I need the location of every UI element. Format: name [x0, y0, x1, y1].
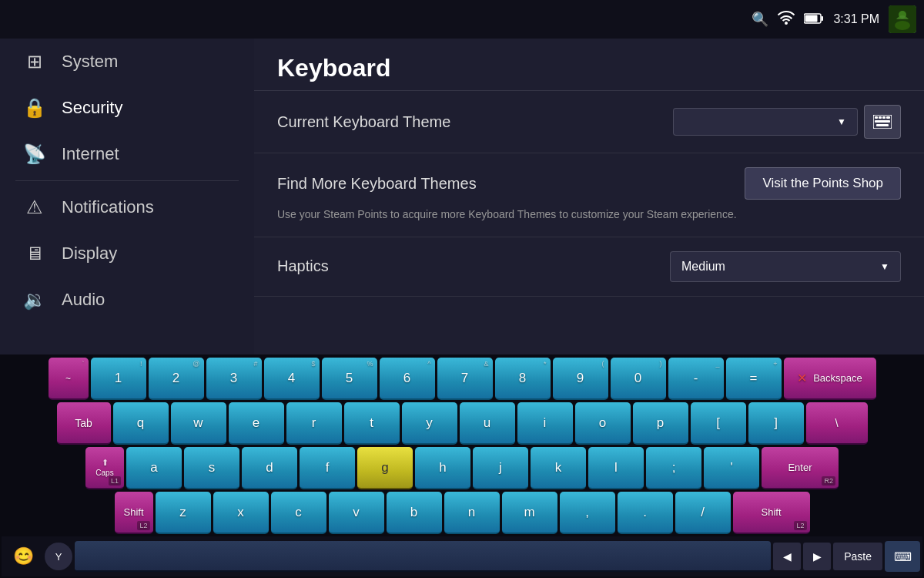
- key-a[interactable]: a: [126, 447, 182, 489]
- keyboard-layout-button[interactable]: ⌨: [885, 541, 920, 572]
- key-i[interactable]: i: [517, 402, 573, 445]
- key-6[interactable]: ^6: [380, 358, 435, 400]
- key-e[interactable]: e: [229, 402, 284, 445]
- keyboard-theme-label: Current Keyboard Theme: [277, 113, 658, 131]
- key-q[interactable]: q: [113, 402, 169, 445]
- key-k[interactable]: k: [531, 447, 586, 489]
- key-8[interactable]: *8: [495, 358, 551, 400]
- key-backtick[interactable]: ~ `: [49, 358, 89, 400]
- svg-point-5: [895, 21, 910, 30]
- key-r[interactable]: r: [286, 402, 342, 445]
- key-comma[interactable]: ,: [560, 492, 615, 534]
- key-semicolon[interactable]: ;: [646, 447, 701, 489]
- emoji-button[interactable]: 😊: [4, 539, 42, 573]
- key-shift-right[interactable]: L2 Shift: [733, 492, 810, 534]
- key-equals[interactable]: +=: [726, 358, 782, 400]
- key-enter[interactable]: R2 Enter: [762, 447, 839, 489]
- haptics-chevron-icon: ▼: [880, 261, 889, 272]
- key-shift-left[interactable]: L2 Shift: [115, 492, 153, 534]
- keyboard-preview-button[interactable]: [864, 105, 901, 139]
- keyboard-row-zxcv: L2 Shift z x c v b n m , . / L2 Shift: [2, 492, 922, 534]
- paste-button[interactable]: Paste: [833, 543, 882, 570]
- key-rbracket[interactable]: ]: [748, 402, 804, 445]
- notifications-icon: ⚠: [23, 197, 46, 218]
- sidebar-item-internet[interactable]: 📡 Internet: [0, 131, 254, 177]
- key-z[interactable]: z: [156, 492, 211, 534]
- key-d[interactable]: d: [242, 447, 297, 489]
- keyboard-row-qwerty: Tab q w e r t y u i o p [ ] \: [2, 402, 922, 445]
- key-o[interactable]: o: [575, 402, 631, 445]
- key-4[interactable]: $4: [264, 358, 320, 400]
- key-minus[interactable]: _-: [668, 358, 724, 400]
- right-arrow-button[interactable]: ▶: [803, 543, 831, 570]
- key-f[interactable]: f: [300, 447, 355, 489]
- sidebar-item-display[interactable]: 🖥 Display: [0, 230, 254, 277]
- key-v[interactable]: v: [329, 492, 384, 534]
- svg-rect-8: [879, 116, 882, 119]
- keyboard-theme-dropdown[interactable]: ▼: [673, 108, 858, 136]
- left-arrow-button[interactable]: ◀: [773, 543, 801, 570]
- search-icon[interactable]: 🔍: [752, 11, 768, 28]
- svg-rect-11: [875, 120, 890, 123]
- system-icon: ⊞: [23, 51, 46, 72]
- find-more-row: Find More Keyboard Themes Visit the Poin…: [254, 153, 924, 237]
- key-j[interactable]: j: [473, 447, 528, 489]
- key-backslash[interactable]: \: [806, 402, 868, 445]
- key-l[interactable]: l: [588, 447, 644, 489]
- svg-rect-2: [822, 16, 824, 21]
- haptics-row: Haptics Medium ▼: [254, 237, 924, 297]
- svg-rect-7: [875, 116, 878, 119]
- key-lbracket[interactable]: [: [691, 402, 746, 445]
- key-tab[interactable]: Tab: [57, 402, 111, 445]
- sidebar-item-label: Display: [62, 244, 117, 264]
- settings-section: Current Keyboard Theme ▼: [254, 90, 924, 297]
- key-7[interactable]: &7: [437, 358, 493, 400]
- key-b[interactable]: b: [387, 492, 442, 534]
- key-1[interactable]: !1: [91, 358, 146, 400]
- wifi-icon: [778, 11, 795, 29]
- key-2[interactable]: @2: [149, 358, 204, 400]
- key-caps[interactable]: ⬆ Caps L1: [85, 447, 124, 489]
- sidebar-item-label: Internet: [62, 144, 119, 164]
- sidebar-item-label: Audio: [62, 290, 105, 310]
- content-header: Keyboard: [254, 39, 924, 90]
- key-3[interactable]: #3: [206, 358, 262, 400]
- key-p[interactable]: p: [633, 402, 688, 445]
- key-9[interactable]: (9: [553, 358, 608, 400]
- display-icon: 🖥: [23, 243, 46, 264]
- key-y[interactable]: y: [402, 402, 457, 445]
- sidebar-item-audio[interactable]: 🔉 Audio: [0, 277, 254, 323]
- y-button[interactable]: Y: [45, 543, 72, 570]
- visit-points-shop-button[interactable]: Visit the Points Shop: [745, 167, 901, 200]
- key-period[interactable]: .: [618, 492, 673, 534]
- sidebar-item-system[interactable]: ⊞ System: [0, 39, 254, 85]
- key-m[interactable]: m: [502, 492, 557, 534]
- sidebar-item-notifications[interactable]: ⚠ Notifications: [0, 184, 254, 230]
- key-x[interactable]: x: [213, 492, 269, 534]
- key-slash[interactable]: /: [675, 492, 731, 534]
- haptics-dropdown[interactable]: Medium ▼: [670, 251, 901, 282]
- haptics-value: Medium: [681, 260, 725, 274]
- key-u[interactable]: u: [460, 402, 515, 445]
- avatar[interactable]: [889, 5, 916, 33]
- key-n[interactable]: n: [444, 492, 500, 534]
- haptics-label: Haptics: [277, 257, 654, 275]
- spacebar[interactable]: [75, 541, 771, 572]
- key-w[interactable]: w: [171, 402, 226, 445]
- key-t[interactable]: t: [344, 402, 400, 445]
- key-g[interactable]: g: [357, 447, 413, 489]
- key-5[interactable]: %5: [322, 358, 377, 400]
- key-h[interactable]: h: [415, 447, 470, 489]
- keyboard-theme-row: Current Keyboard Theme ▼: [254, 91, 924, 153]
- wifi-sidebar-icon: 📡: [23, 143, 46, 165]
- sidebar-item-security[interactable]: 🔒 Security: [0, 85, 254, 131]
- find-more-top: Find More Keyboard Themes Visit the Poin…: [277, 167, 901, 200]
- key-quote[interactable]: ': [704, 447, 759, 489]
- top-bar: 🔍 3:31 PM: [0, 0, 924, 39]
- key-s[interactable]: s: [184, 447, 239, 489]
- sidebar-item-label: Security: [62, 98, 122, 118]
- key-c[interactable]: c: [271, 492, 326, 534]
- keyboard-row-asdf: ⬆ Caps L1 a s d f g h j k l ; ' R2 Enter: [2, 447, 922, 489]
- key-0[interactable]: )0: [611, 358, 666, 400]
- key-backspace[interactable]: ✕ Backspace: [784, 358, 876, 400]
